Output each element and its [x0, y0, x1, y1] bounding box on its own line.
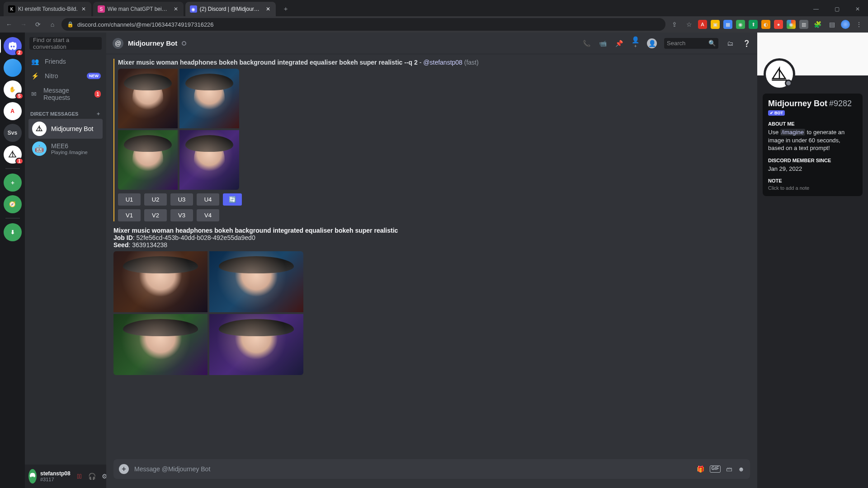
bookmark-icon[interactable]: ☆: [684, 19, 694, 30]
generated-image[interactable]: [113, 251, 208, 312]
reload-button[interactable]: ⟳: [33, 19, 43, 30]
extension-icon[interactable]: ▦: [723, 20, 732, 29]
back-button[interactable]: ←: [4, 19, 14, 30]
sidepanel-icon[interactable]: ▤: [826, 19, 837, 30]
nitro-link[interactable]: ⚡ Nitro NEW: [25, 69, 106, 83]
generated-image[interactable]: [118, 69, 178, 128]
server-icon[interactable]: A: [4, 102, 22, 120]
variation-button[interactable]: V2: [144, 209, 167, 221]
generated-image[interactable]: [179, 69, 239, 128]
avatar: 🤖: [32, 141, 47, 156]
extension-icon[interactable]: ◉: [787, 20, 796, 29]
generated-image[interactable]: [209, 251, 303, 312]
server-icon[interactable]: [4, 59, 22, 77]
variation-button[interactable]: V1: [118, 209, 141, 221]
generated-image[interactable]: [113, 314, 208, 375]
new-badge: NEW: [87, 73, 101, 79]
separator: [5, 218, 20, 219]
prompt-text: Mixer music woman headphones bokeh backg…: [118, 59, 418, 66]
find-conversation-input[interactable]: Find or start a conversation: [29, 37, 102, 50]
upscale-button[interactable]: U1: [118, 193, 141, 206]
friends-link[interactable]: 👥 Friends: [25, 54, 106, 69]
sticker-button[interactable]: 🗃: [726, 465, 732, 473]
extension-icon[interactable]: ●: [774, 20, 783, 29]
profile-button[interactable]: 👤: [647, 38, 657, 48]
voice-call-button[interactable]: 📞: [582, 40, 591, 47]
label: DIRECT MESSAGES: [30, 111, 78, 117]
emoji-button[interactable]: ☻: [738, 465, 745, 473]
explore-button[interactable]: 🧭: [4, 195, 22, 213]
search-input[interactable]: Search 🔍: [664, 38, 718, 49]
video-call-button[interactable]: 📹: [598, 40, 607, 47]
notification-badge: 5: [15, 93, 24, 99]
upscale-button[interactable]: U3: [170, 193, 193, 206]
gif-button[interactable]: GIF: [710, 465, 721, 473]
dm-sidebar: Find or start a conversation 👥 Friends ⚡…: [25, 33, 106, 488]
browser-tab[interactable]: K KI erstellt Tonstudio-Bild. ✕: [4, 2, 91, 16]
window-close[interactable]: ✕: [847, 2, 868, 16]
download-apps-button[interactable]: ⬇: [4, 223, 22, 241]
forward-button[interactable]: →: [18, 19, 29, 30]
close-icon[interactable]: ✕: [173, 6, 179, 12]
sailboat-icon: [35, 125, 43, 133]
add-dm-button[interactable]: ＋: [96, 110, 101, 117]
image-grid[interactable]: [113, 251, 303, 375]
extension-icon[interactable]: ▣: [711, 20, 720, 29]
gift-button[interactable]: 🎁: [697, 465, 704, 473]
dm-name: MEE6: [51, 142, 88, 150]
browser-tab-active[interactable]: ◉ (2) Discord | @Midjourney Bot ✕: [185, 2, 276, 16]
pinned-button[interactable]: 📌: [614, 40, 623, 47]
mention[interactable]: @stefanstp08: [423, 59, 462, 66]
home-button[interactable]: ⌂: [47, 19, 58, 30]
menu-icon[interactable]: ⋮: [854, 19, 864, 30]
generated-image[interactable]: [118, 130, 178, 190]
reroll-button[interactable]: 🔄: [223, 193, 242, 206]
nitro-icon: ⚡: [30, 72, 39, 80]
upscale-button[interactable]: U4: [197, 193, 219, 206]
user-avatar[interactable]: [28, 469, 37, 483]
extension-icon[interactable]: A: [698, 20, 707, 29]
dm-item-mee6[interactable]: 🤖 MEE6 Playing /imagine: [28, 139, 103, 159]
mute-button[interactable]: 🎙̸: [74, 471, 85, 482]
share-icon[interactable]: ⇪: [669, 19, 680, 30]
extensions-menu-icon[interactable]: 🧩: [812, 19, 823, 30]
extension-icon[interactable]: ◐: [761, 20, 770, 29]
generated-image[interactable]: [209, 314, 303, 375]
add-server-button[interactable]: ＋: [4, 174, 22, 192]
image-grid[interactable]: [118, 69, 239, 190]
user-tag: #3117: [40, 477, 71, 482]
message-input[interactable]: + Message @Midjourney Bot 🎁 GIF 🗃 ☻: [113, 459, 750, 479]
address-bar[interactable]: 🔒 discord.com/channels/@me/1063443749197…: [61, 18, 665, 31]
attach-button[interactable]: +: [119, 464, 129, 474]
close-icon[interactable]: ✕: [80, 6, 87, 12]
note-input[interactable]: Click to add a note: [768, 185, 857, 191]
extension-icon[interactable]: ◉: [736, 20, 745, 29]
profile-avatar[interactable]: [841, 20, 850, 29]
upscale-button[interactable]: U2: [144, 193, 167, 206]
server-icon[interactable]: 1: [4, 145, 22, 164]
new-tab-button[interactable]: ＋: [279, 3, 292, 15]
profile-panel: Midjourney Bot#9282 ✔ BOT ABOUT ME Use /…: [757, 33, 868, 488]
dm-sublabel: Playing /imagine: [51, 150, 88, 155]
message-list[interactable]: Mixer music woman headphones bokeh backg…: [106, 54, 757, 459]
browser-tab[interactable]: S Wie man ChatGPT beibringt, be ✕: [93, 2, 184, 16]
chat-area: @ Midjourney Bot 📞 📹 📌 👤⁺ 👤 Search 🔍 🗂 ❔: [106, 33, 757, 488]
help-button[interactable]: ❔: [742, 40, 751, 47]
window-maximize[interactable]: ▢: [826, 2, 847, 16]
message-requests-link[interactable]: ✉ Message Requests 1: [25, 83, 106, 105]
add-friend-button[interactable]: 👤⁺: [631, 36, 640, 51]
generated-image[interactable]: [179, 130, 239, 190]
home-button[interactable]: 2: [4, 37, 22, 55]
variation-button[interactable]: V3: [170, 209, 193, 221]
deafen-button[interactable]: 🎧: [87, 471, 98, 482]
profile-avatar[interactable]: [764, 58, 795, 90]
variation-button[interactable]: V4: [197, 209, 219, 221]
window-minimize[interactable]: —: [806, 2, 826, 16]
dm-item-midjourney[interactable]: Midjourney Bot: [28, 119, 103, 139]
inbox-button[interactable]: 🗂: [726, 40, 735, 47]
server-icon[interactable]: ✋5: [4, 80, 22, 99]
extension-icon[interactable]: ⬆: [749, 20, 758, 29]
close-icon[interactable]: ✕: [265, 6, 271, 12]
extension-icon[interactable]: ▥: [799, 20, 808, 29]
server-icon[interactable]: Svs: [4, 124, 22, 142]
